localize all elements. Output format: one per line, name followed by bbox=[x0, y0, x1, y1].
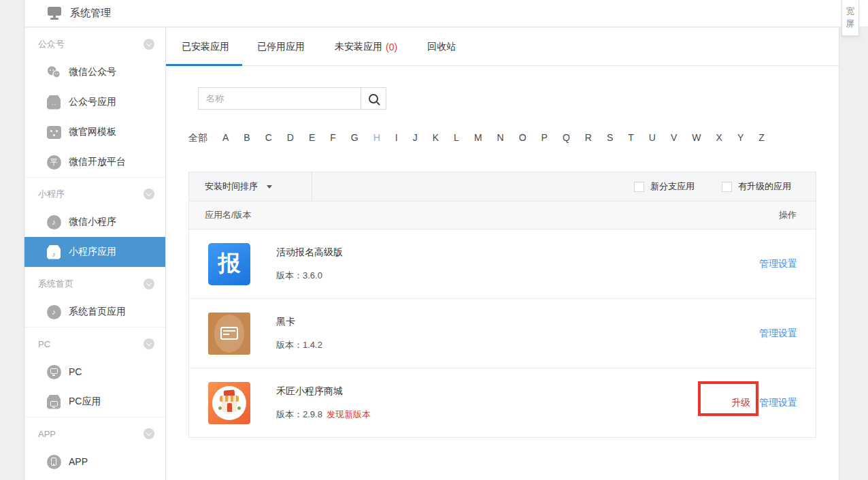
app-name: 活动报名高级版 bbox=[276, 246, 343, 259]
alpha-all[interactable]: 全部 bbox=[188, 132, 207, 144]
manage-settings-link[interactable]: 管理设置 bbox=[759, 327, 797, 340]
table-header: 应用名/版本 操作 bbox=[189, 202, 816, 229]
section-label: APP bbox=[38, 429, 56, 439]
alpha-letter[interactable]: A bbox=[222, 132, 229, 144]
sidebar-item-label: 小程序应用 bbox=[69, 246, 116, 258]
widescreen-toggle-button[interactable]: 宽屏 bbox=[841, 0, 859, 36]
sidebar-section-pc: PC PC PC应用 bbox=[24, 327, 165, 417]
version-label: 版本： bbox=[276, 409, 303, 419]
caret-down-icon bbox=[267, 185, 272, 189]
main-content: 已安装应用 已停用应用 未安装应用 (0) 回收站 全部 A B C D E F… bbox=[166, 28, 839, 480]
sidebar-item-miniprogram-apps[interactable]: ♪ 小程序应用 bbox=[24, 237, 165, 267]
sidebar-item-label: 微信公众号 bbox=[69, 66, 116, 78]
manage-settings-link[interactable]: 管理设置 bbox=[759, 397, 797, 409]
sidebar: 公众号 微信公众号 ·· 公众号应用 微官网模板 平 bbox=[24, 28, 166, 480]
sidebar-item-wechat-open-platform[interactable]: 平 微信开放平台 bbox=[24, 147, 165, 177]
version-label: 版本： bbox=[276, 340, 303, 350]
bag-note-icon: ♪ bbox=[46, 244, 61, 259]
alpha-letter[interactable]: O bbox=[519, 132, 527, 144]
app-list-card: 安装时间排序 新分支应用 有升级的应用 应用名/版本 操作 报 bbox=[188, 172, 816, 438]
search-input[interactable] bbox=[198, 87, 361, 110]
checkbox-new-branch[interactable] bbox=[634, 182, 644, 192]
version-value: 1.4.2 bbox=[303, 340, 322, 350]
alpha-letter[interactable]: E bbox=[309, 132, 315, 144]
sidebar-item-pc-apps[interactable]: PC应用 bbox=[24, 387, 165, 417]
search-button[interactable] bbox=[361, 87, 386, 110]
alpha-letter[interactable]: D bbox=[287, 132, 294, 144]
sidebar-item-label: APP bbox=[69, 456, 88, 467]
sort-dropdown[interactable]: 安装时间排序 bbox=[189, 172, 312, 201]
alpha-letter[interactable]: M bbox=[474, 132, 482, 144]
alpha-letter[interactable]: U bbox=[649, 132, 656, 144]
alpha-letter[interactable]: Q bbox=[563, 132, 570, 144]
app-icon-huodong-baoming: 报 bbox=[208, 243, 250, 285]
alpha-letter[interactable]: Z bbox=[758, 132, 765, 144]
chevron-down-icon[interactable] bbox=[144, 39, 154, 50]
app-status-tabbar: 已安装应用 已停用应用 未安装应用 (0) 回收站 bbox=[166, 28, 839, 66]
app-name: 黑卡 bbox=[276, 316, 322, 328]
bag-wechat-icon: ·· bbox=[46, 95, 61, 110]
alpha-letter[interactable]: V bbox=[671, 132, 677, 144]
wechat-icon bbox=[46, 65, 61, 80]
sidebar-item-system-home-apps[interactable]: ♪ 系统首页应用 bbox=[24, 297, 165, 327]
sidebar-section-gongzhonghao: 公众号 微信公众号 ·· 公众号应用 微官网模板 平 bbox=[24, 28, 165, 178]
alpha-letter[interactable]: C bbox=[265, 132, 272, 144]
search-bar bbox=[198, 87, 839, 110]
alpha-letter[interactable]: F bbox=[330, 132, 336, 144]
list-toolbar: 安装时间排序 新分支应用 有升级的应用 bbox=[189, 172, 816, 202]
system-monitor-icon bbox=[48, 7, 61, 16]
filter-upgradable-apps[interactable]: 有升级的应用 bbox=[722, 180, 791, 193]
upgrade-link[interactable]: 升级 bbox=[731, 397, 750, 409]
card-glyph-icon bbox=[220, 327, 238, 340]
manage-settings-link[interactable]: 管理设置 bbox=[759, 258, 797, 270]
tab-uninstalled-apps[interactable]: 未安装应用 (0) bbox=[320, 28, 412, 65]
shop-illustration-icon bbox=[212, 386, 246, 420]
sidebar-section-miniprogram: 小程序 ♪ 微信小程序 ♪ 小程序应用 bbox=[24, 178, 165, 268]
sidebar-item-label: 公众号应用 bbox=[69, 96, 116, 108]
chevron-down-icon[interactable] bbox=[144, 278, 154, 289]
collapsed-left-rail bbox=[0, 0, 24, 480]
new-version-found-link[interactable]: 发现新版本 bbox=[327, 409, 371, 419]
filter-new-branch-apps[interactable]: 新分支应用 bbox=[634, 180, 695, 193]
checkbox-upgradable[interactable] bbox=[722, 182, 732, 192]
tab-installed-apps[interactable]: 已安装应用 bbox=[166, 28, 242, 65]
table-row: 禾匠小程序商城 版本：2.9.8发现新版本 升级 管理设置 bbox=[189, 368, 816, 437]
alpha-letter[interactable]: K bbox=[433, 132, 439, 144]
alpha-letter[interactable]: R bbox=[585, 132, 592, 144]
bag-pc-icon bbox=[46, 394, 61, 409]
alpha-letter[interactable]: W bbox=[692, 132, 701, 144]
sidebar-item-micro-site-template[interactable]: 微官网模板 bbox=[24, 117, 165, 147]
sidebar-item-pc[interactable]: PC bbox=[24, 357, 165, 387]
sidebar-item-label: 系统首页应用 bbox=[69, 306, 126, 318]
alpha-letter[interactable]: P bbox=[541, 132, 548, 144]
alpha-letter[interactable]: B bbox=[244, 132, 250, 144]
top-header: 系统管理 bbox=[24, 0, 868, 27]
chevron-down-icon[interactable] bbox=[144, 338, 154, 349]
sidebar-item-app[interactable]: APP bbox=[24, 447, 165, 477]
sidebar-item-official-apps[interactable]: ·· 公众号应用 bbox=[24, 87, 165, 117]
alpha-letter[interactable]: I bbox=[395, 132, 398, 144]
chevron-down-icon[interactable] bbox=[144, 428, 154, 439]
tab-recycle-bin[interactable]: 回收站 bbox=[412, 28, 471, 65]
column-app-name: 应用名/版本 bbox=[189, 209, 252, 221]
alpha-letter[interactable]: S bbox=[607, 132, 613, 144]
section-label: 小程序 bbox=[38, 188, 65, 200]
chevron-down-icon[interactable] bbox=[144, 189, 154, 199]
alpha-letter-highlighted[interactable]: H bbox=[373, 132, 380, 144]
alpha-letter[interactable]: T bbox=[628, 132, 634, 144]
alpha-letter[interactable]: N bbox=[497, 132, 504, 144]
tab-disabled-apps[interactable]: 已停用应用 bbox=[242, 28, 320, 65]
version-label: 版本： bbox=[276, 270, 303, 281]
alpha-letter[interactable]: L bbox=[454, 132, 459, 144]
alpha-letter[interactable]: J bbox=[413, 132, 418, 144]
sidebar-item-wechat-miniprogram[interactable]: ♪ 微信小程序 bbox=[24, 207, 165, 237]
section-label: 公众号 bbox=[38, 38, 65, 50]
alpha-letter[interactable]: Y bbox=[737, 132, 744, 144]
sidebar-item-label: PC应用 bbox=[69, 396, 101, 408]
sidebar-item-label: 微信开放平台 bbox=[69, 156, 126, 168]
alpha-letter[interactable]: G bbox=[351, 132, 358, 144]
widescreen-label: 宽屏 bbox=[846, 5, 855, 30]
alpha-letter[interactable]: X bbox=[716, 132, 722, 144]
phone-circle-icon bbox=[46, 454, 61, 469]
sidebar-item-wechat-official[interactable]: 微信公众号 bbox=[24, 57, 165, 87]
